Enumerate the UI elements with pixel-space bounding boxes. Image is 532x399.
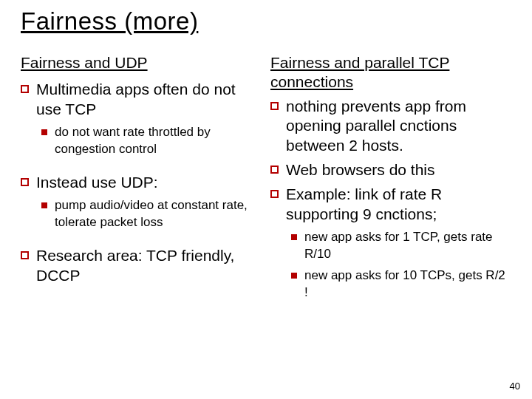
page-number: 40 xyxy=(510,381,520,392)
bullet-text: Multimedia apps often do not use TCP xyxy=(36,80,257,120)
bullet-text: Instead use UDP: xyxy=(36,173,257,193)
square-bullet-icon xyxy=(21,251,29,259)
sub-bullet-text: pump audio/video at constant rate, toler… xyxy=(55,197,257,231)
slide: Fairness (more) Fairness and UDP Multime… xyxy=(0,0,532,306)
bullet-text: Web browsers do this xyxy=(286,160,511,180)
left-heading: Fairness and UDP xyxy=(21,53,257,72)
sub-bullet-text: new app asks for 10 TCPs, gets R/2 ! xyxy=(304,267,511,301)
bullet-text: Research area: TCP friendly, DCCP xyxy=(36,246,257,286)
sub-bullet-item: do not want rate throttled by congestion… xyxy=(41,124,257,158)
bullet-item: Multimedia apps often do not use TCP xyxy=(21,80,257,120)
right-column: Fairness and parallel TCP connections no… xyxy=(270,53,511,306)
square-bullet-icon xyxy=(21,178,29,186)
square-bullet-icon xyxy=(270,102,279,110)
bullet-item: nothing prevents app from opening parall… xyxy=(270,97,511,157)
bullet-text: Example: link of rate R supporting 9 cnc… xyxy=(286,185,511,225)
columns: Fairness and UDP Multimedia apps often d… xyxy=(21,53,511,306)
bullet-text: nothing prevents app from opening parall… xyxy=(286,97,511,157)
sub-bullet-item: new app asks for 10 TCPs, gets R/2 ! xyxy=(291,267,511,301)
square-bullet-icon xyxy=(270,190,279,198)
bullet-item: Instead use UDP: xyxy=(21,173,257,193)
sub-bullet-text: new app asks for 1 TCP, gets rate R/10 xyxy=(304,229,511,263)
sub-bullet-text: do not want rate throttled by congestion… xyxy=(55,124,257,158)
sub-bullet-item: pump audio/video at constant rate, toler… xyxy=(41,197,257,231)
small-square-bullet-icon xyxy=(291,273,297,279)
square-bullet-icon xyxy=(270,166,279,174)
slide-title: Fairness (more) xyxy=(21,7,511,35)
bullet-item: Example: link of rate R supporting 9 cnc… xyxy=(270,185,511,225)
sub-bullet-item: new app asks for 1 TCP, gets rate R/10 xyxy=(291,229,511,263)
small-square-bullet-icon xyxy=(291,234,297,240)
small-square-bullet-icon xyxy=(41,129,47,135)
right-heading-line1: Fairness and parallel TCP xyxy=(270,54,449,71)
right-heading-line2: connections xyxy=(270,73,353,90)
left-column: Fairness and UDP Multimedia apps often d… xyxy=(21,53,257,306)
small-square-bullet-icon xyxy=(41,202,47,208)
bullet-item: Research area: TCP friendly, DCCP xyxy=(21,246,257,286)
square-bullet-icon xyxy=(21,85,29,93)
bullet-item: Web browsers do this xyxy=(270,160,511,180)
right-heading: Fairness and parallel TCP connections xyxy=(270,53,511,92)
